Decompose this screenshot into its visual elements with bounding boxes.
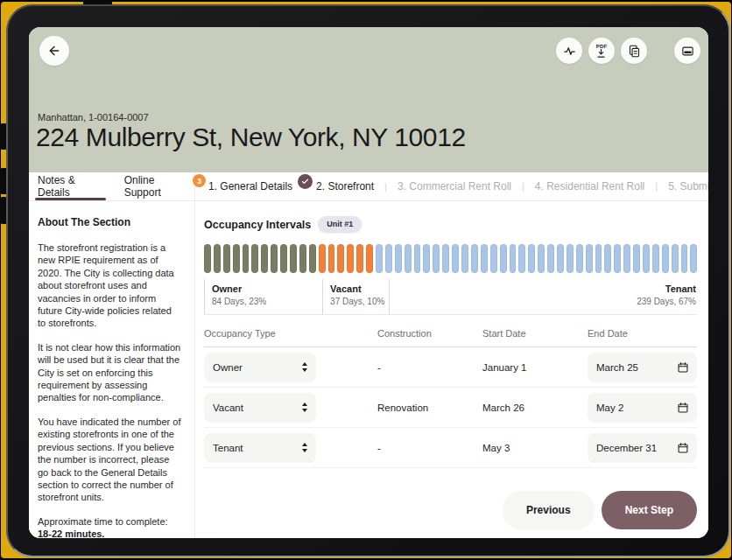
- tab-notes-details[interactable]: Notes & Details: [38, 172, 103, 200]
- time-to-complete-label: Approximate time to complete:: [38, 515, 181, 528]
- interval-pill-tenant: [662, 244, 669, 273]
- occupancy-type-select[interactable]: Tenant: [204, 433, 316, 463]
- interval-pill-tenant: [452, 244, 459, 273]
- step-storefront[interactable]: 2. Storefront: [316, 172, 374, 200]
- interval-pill-tenant: [672, 244, 679, 273]
- property-id: Manhattan, 1-00164-0007: [38, 112, 149, 122]
- interval-pill-owner: [299, 244, 306, 273]
- wizard-steps: 1. General Details 2. Storefront | 3. Co…: [195, 172, 708, 200]
- interval-pill-tenant: [557, 244, 564, 273]
- interval-pill-tenant: [500, 244, 507, 273]
- pdf-download-icon: PDF: [596, 44, 608, 58]
- interval-pill-owner: [309, 244, 316, 273]
- interval-pill-tenant: [528, 244, 535, 273]
- calendar-icon: [677, 402, 689, 414]
- sidebar-paragraph: It is not clear how this information wil…: [38, 341, 181, 404]
- interval-pill-tenant: [623, 244, 630, 273]
- table-row: Owner - January 1 March 25: [204, 347, 697, 388]
- calendar-icon: [677, 442, 689, 454]
- previous-button[interactable]: Previous: [503, 491, 595, 529]
- notification-badge: 3: [193, 174, 206, 187]
- calendar-icon: [677, 361, 689, 374]
- tab-online-support[interactable]: Online Support 3: [124, 172, 194, 200]
- interval-pill-tenant: [471, 244, 478, 273]
- select-stepper-icon: [302, 362, 307, 372]
- step-residential-rent-roll[interactable]: 4. Residential Rent Roll: [535, 172, 644, 200]
- footer-buttons: Previous Next Step: [204, 491, 697, 529]
- occupancy-type-select[interactable]: Vacant: [204, 393, 316, 423]
- interval-pill-tenant: [690, 244, 697, 273]
- content-area: About The Section The storefront registr…: [29, 201, 708, 538]
- interval-pill-tenant: [481, 244, 488, 273]
- interval-pill-owner: [223, 244, 230, 273]
- interval-pill-owner: [204, 244, 211, 273]
- construction-cell: -: [377, 443, 482, 453]
- occupancy-section-header: Occupancy Intervals Unit #1: [204, 216, 697, 232]
- interval-pill-tenant: [681, 244, 688, 273]
- interval-pill-tenant: [510, 244, 517, 273]
- interval-pill-vacant: [337, 244, 344, 273]
- sidebar-paragraph: You have indicated the number of existin…: [38, 416, 181, 504]
- interval-pill-tenant: [614, 244, 621, 273]
- interval-labels: Owner 84 Days, 23% Vacant 37 Days, 10% T…: [204, 279, 697, 315]
- interval-pill-tenant: [595, 244, 602, 273]
- interval-pill-tenant: [547, 244, 554, 273]
- step-divider: |: [522, 181, 524, 192]
- activity-button[interactable]: [556, 38, 582, 64]
- interval-pill-tenant: [414, 244, 421, 273]
- interval-pill-tenant: [518, 244, 525, 273]
- back-button[interactable]: [39, 36, 69, 66]
- header-toolbar: PDF: [556, 38, 700, 64]
- interval-pill-owner: [280, 244, 287, 273]
- pdf-download-button[interactable]: PDF: [588, 38, 615, 64]
- interval-pill-tenant: [433, 244, 440, 273]
- interval-pill-vacant: [366, 244, 373, 273]
- table-row: Tenant - May 3 December 31: [204, 428, 697, 468]
- reader-window-icon: [681, 45, 694, 58]
- interval-pill-owner: [214, 244, 221, 273]
- tab-label: Notes & Details: [38, 174, 103, 199]
- column-header: Construction: [377, 328, 482, 339]
- sidebar-paragraph: The storefront registration is a new RPI…: [38, 242, 181, 330]
- copy-button[interactable]: [621, 38, 647, 64]
- reader-view-button[interactable]: [674, 38, 700, 64]
- step-commercial-rent-roll[interactable]: 3. Commercial Rent Roll: [398, 172, 511, 200]
- select-stepper-icon: [302, 443, 307, 452]
- occupancy-type-select[interactable]: Owner: [204, 353, 316, 382]
- column-header: Start Date: [482, 328, 588, 339]
- copy-icon: [628, 45, 641, 58]
- interval-pill-tenant: [490, 244, 497, 273]
- end-date-field[interactable]: December 31: [588, 433, 697, 463]
- interval-pill-owner: [251, 244, 258, 273]
- interval-pill-tenant: [385, 244, 392, 273]
- page-title-address: 224 Mulberry St, New York, NY 10012: [36, 122, 466, 152]
- interval-pill-vacant: [356, 244, 363, 273]
- next-step-button[interactable]: Next Step: [602, 491, 697, 529]
- interval-pill-vacant: [319, 244, 326, 273]
- step-general-details[interactable]: 1. General Details: [208, 172, 316, 200]
- interval-pill-tenant: [538, 244, 545, 273]
- column-header: End Date: [588, 328, 697, 339]
- construction-cell: Renovation: [377, 402, 482, 413]
- storefront-main-panel: Occupancy Intervals Unit #1 Owner 84 Day…: [195, 201, 708, 538]
- interval-pill-tenant: [442, 244, 449, 273]
- interval-pill-tenant: [586, 244, 593, 273]
- section-title: Occupancy Intervals: [204, 216, 311, 231]
- time-to-complete-value: 18-22 minutes.: [38, 528, 181, 538]
- interval-label-owner: Owner 84 Days, 23%: [204, 279, 322, 314]
- activity-icon: [563, 45, 576, 58]
- step-divider: |: [655, 181, 658, 192]
- arrow-left-icon: [47, 44, 61, 58]
- end-date-field[interactable]: March 25: [588, 353, 697, 382]
- interval-pill-tenant: [461, 244, 468, 273]
- start-date-cell: May 3: [482, 443, 588, 453]
- end-date-field[interactable]: May 2: [588, 393, 697, 423]
- column-header: Occupancy Type: [204, 328, 377, 339]
- table-row: Vacant Renovation March 26 May 2: [204, 388, 697, 428]
- step-complete-check-icon: [298, 174, 313, 189]
- interval-pill-tenant: [405, 244, 412, 273]
- tab-step-bar: Notes & Details Online Support 3 1. Gene…: [29, 172, 708, 201]
- start-date-cell: January 1: [482, 362, 588, 373]
- table-header-row: Occupancy Type Construction Start Date E…: [204, 328, 697, 347]
- step-submit[interactable]: 5. Submit: [668, 172, 708, 200]
